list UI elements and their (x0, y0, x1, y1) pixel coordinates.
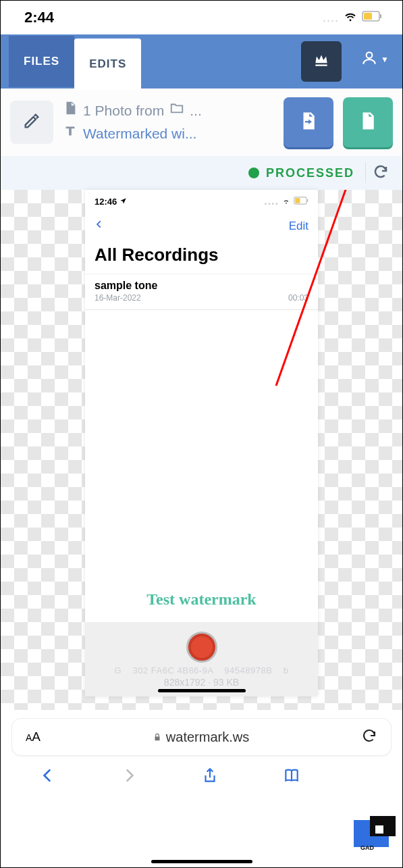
preview-cell-icon: .... (264, 195, 279, 207)
wifi-icon (343, 9, 358, 26)
text-size-button[interactable]: AA (26, 730, 41, 744)
preview-back-icon (95, 217, 104, 235)
bookmarks-button[interactable] (283, 767, 300, 787)
book-icon (283, 775, 300, 786)
edit-button[interactable] (10, 101, 53, 144)
chevron-right-icon (120, 775, 138, 786)
download-button[interactable] (343, 97, 393, 147)
image-file-icon (63, 99, 78, 122)
preview-wifi-icon (281, 196, 291, 207)
export-button[interactable] (284, 97, 333, 147)
premium-button[interactable] (301, 41, 342, 82)
svg-point-3 (367, 52, 373, 58)
reload-button[interactable] (361, 727, 377, 746)
chevron-down-icon: ▼ (381, 55, 389, 64)
preview-edit-link: Edit (289, 220, 308, 233)
preview-meta-1: G 302 FA6C 4B86-9A 94548978B b (115, 665, 289, 675)
reload-icon (361, 734, 377, 746)
app-header: FILES EDITS ▼ (1, 34, 402, 88)
watermark-text: Test watermark (85, 590, 318, 609)
tab-edits[interactable]: EDITS (74, 39, 141, 90)
edit-toolbar: 1 Photo from ... Watermarked wi... (1, 88, 402, 156)
preview-title: All Recordings (85, 239, 318, 274)
location-icon (119, 197, 127, 207)
url-display[interactable]: watermark.ws (153, 730, 249, 745)
tab-files[interactable]: FILES (9, 36, 74, 87)
record-button-icon (186, 632, 217, 663)
preview-list-item: sample tone 16-Mar-2022 00:03 (85, 274, 318, 310)
watermark-label: Watermarked wi... (83, 122, 196, 145)
preview-item-name: sample tone (95, 280, 157, 292)
preview-item-duration: 00:03 (288, 293, 308, 303)
preview-status-bar: 12:46 .... (85, 190, 318, 213)
browser-forward-button (120, 767, 138, 787)
file-download-icon (358, 111, 378, 134)
share-icon (201, 775, 219, 786)
cellular-dots-icon: .... (323, 11, 339, 25)
refresh-icon (373, 170, 389, 182)
status-time: 2:44 (24, 9, 54, 26)
svg-rect-6 (307, 199, 308, 201)
share-button[interactable] (201, 767, 219, 787)
refresh-button[interactable] (373, 163, 392, 182)
battery-icon (362, 11, 382, 24)
svg-rect-5 (295, 198, 300, 203)
user-menu-button[interactable]: ▼ (360, 49, 389, 70)
svg-rect-1 (364, 13, 372, 20)
corner-badge: GAD (348, 816, 396, 852)
status-indicators: .... (323, 9, 382, 26)
status-dot-icon (248, 168, 259, 178)
preview-battery-icon (294, 197, 308, 207)
browser-back-button[interactable] (39, 767, 57, 787)
user-icon (360, 49, 378, 70)
safari-address-bar[interactable]: AA watermark.ws (11, 718, 392, 756)
preview-area: 12:46 .... Edit All Recordings sample to… (1, 190, 402, 710)
pencil-icon (22, 111, 41, 133)
file-info: 1 Photo from ... Watermarked wi... (63, 99, 274, 145)
file-arrow-icon (298, 111, 319, 134)
status-bar-row: PROCESSED (1, 156, 402, 190)
preview-item-date: 16-Mar-2022 (95, 293, 157, 303)
preview-time: 12:46 (95, 197, 117, 207)
preview-image[interactable]: 12:46 .... Edit All Recordings sample to… (85, 190, 318, 696)
file-line1-suffix: ... (190, 99, 202, 122)
svg-rect-10 (375, 825, 383, 834)
preview-nav: Edit (85, 213, 318, 239)
ios-status-bar: 2:44 .... (1, 1, 402, 34)
folder-icon (169, 99, 184, 122)
processed-label: PROCESSED (266, 166, 354, 180)
text-icon (63, 122, 78, 145)
domain-text: watermark.ws (166, 730, 249, 745)
file-line1: 1 Photo from (83, 99, 164, 122)
svg-rect-2 (380, 14, 381, 18)
chevron-left-icon (39, 775, 57, 786)
svg-text:GAD: GAD (360, 844, 375, 851)
preview-footer: G 302 FA6C 4B86-9A 94548978B b 828x1792 … (85, 622, 318, 696)
lock-icon (153, 730, 162, 745)
safari-toolbar (1, 761, 402, 790)
preview-meta-2: 828x1792 · 93 KB (164, 677, 239, 688)
home-indicator (151, 860, 252, 863)
preview-home-indicator (158, 689, 246, 692)
crown-icon (313, 51, 330, 72)
